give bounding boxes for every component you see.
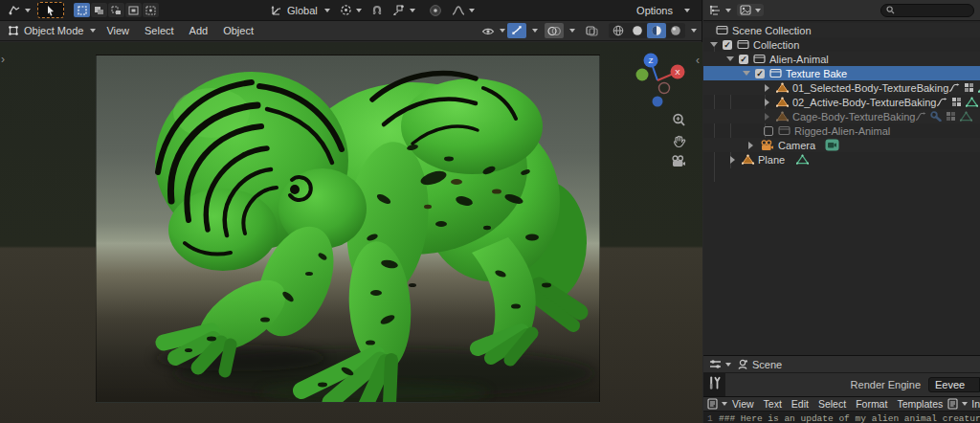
alien-creature-render xyxy=(97,56,599,402)
outliner-row-plane[interactable]: Plane xyxy=(703,152,980,167)
shading-wireframe-button[interactable] xyxy=(609,23,628,38)
pivot-icon xyxy=(340,4,352,16)
animation-icon[interactable] xyxy=(936,98,947,107)
camera-data-icon[interactable] xyxy=(825,139,839,151)
expand-arrow-icon[interactable] xyxy=(764,99,771,106)
text-editor-header: View Text Edit Select Format Templates I… xyxy=(703,397,980,412)
toggle-xray-button[interactable] xyxy=(582,23,601,38)
info-editor-type-dropdown[interactable]: Inf xyxy=(947,398,980,410)
select-mode-extend-button[interactable] xyxy=(91,3,107,17)
animation-icon[interactable] xyxy=(915,112,926,122)
properties-editor-type-dropdown[interactable] xyxy=(709,359,731,369)
display-mode-dropdown[interactable] xyxy=(737,4,764,16)
shading-material-button[interactable] xyxy=(647,23,666,38)
snap-toggle-button[interactable] xyxy=(368,3,386,18)
snap-target-dropdown[interactable] xyxy=(390,3,418,18)
select-mode-invert-button[interactable] xyxy=(125,3,142,17)
menu-select[interactable]: Select xyxy=(137,25,182,36)
line-number: 1 xyxy=(707,413,719,423)
text-editor-icon xyxy=(707,398,718,410)
shading-rendered-button[interactable] xyxy=(666,23,685,38)
sidebar-expand-arrow[interactable]: ‹ xyxy=(696,54,700,67)
outliner-row-rigged-alien-animal[interactable]: Rigged-Alien-Animal xyxy=(703,123,980,138)
select-mode-intersect-button[interactable] xyxy=(143,3,159,17)
chevron-down-icon xyxy=(684,9,690,15)
mesh-data-icon[interactable] xyxy=(796,154,809,165)
expand-arrow-icon[interactable] xyxy=(764,84,771,92)
tool-tab-icon[interactable] xyxy=(708,376,721,390)
show-object-types-dropdown[interactable] xyxy=(481,26,505,36)
mesh-data-icon[interactable] xyxy=(966,97,978,107)
outliner-row-02-active-body[interactable]: 02_Active-Body-TextureBaking xyxy=(703,95,980,109)
data-grid-icon[interactable] xyxy=(951,97,962,107)
properties-breadcrumb: Scene xyxy=(737,359,782,370)
rendered-sphere-icon xyxy=(670,25,681,36)
select-mode-subtract-button[interactable] xyxy=(108,3,124,17)
move-view-button[interactable] xyxy=(672,134,686,148)
shading-mode-group xyxy=(609,23,685,38)
outliner-editor-type-dropdown[interactable] xyxy=(709,5,731,16)
te-menu-select[interactable]: Select xyxy=(813,398,851,410)
properties-body: Render Engine Eevee xyxy=(703,373,980,396)
select-mode-set-button[interactable] xyxy=(74,3,90,17)
menu-view[interactable]: View xyxy=(99,25,137,36)
te-menu-view[interactable]: View xyxy=(727,398,759,410)
editor-type-dropdown[interactable] xyxy=(5,3,33,18)
tool-settings-bar: Global Options xyxy=(0,0,702,21)
expand-arrow-icon[interactable] xyxy=(729,156,737,164)
collection-checkbox[interactable] xyxy=(755,69,765,78)
outliner-row-texture-bake[interactable]: Texture Bake xyxy=(703,66,980,80)
navigation-gizmo[interactable]: Z X xyxy=(626,52,689,113)
data-grid-icon[interactable] xyxy=(946,111,956,122)
expand-arrow-icon[interactable] xyxy=(764,113,771,121)
zoom-tool-button[interactable] xyxy=(672,113,686,127)
text-editor: View Text Edit Select Format Templates I… xyxy=(703,396,980,423)
pivot-point-dropdown[interactable] xyxy=(337,2,365,18)
mode-dropdown[interactable]: Object Mode xyxy=(5,23,99,38)
outliner-row-cage-body[interactable]: Cage-Body-TextureBaking xyxy=(703,109,980,123)
te-menu-templates[interactable]: Templates xyxy=(892,398,947,410)
outliner-search[interactable] xyxy=(880,4,974,17)
te-menu-edit[interactable]: Edit xyxy=(787,398,813,410)
transform-orientation-dropdown[interactable]: Global xyxy=(267,3,333,18)
collection-checkbox[interactable] xyxy=(739,55,748,64)
menu-add[interactable]: Add xyxy=(182,25,216,36)
expand-arrow-icon[interactable] xyxy=(726,56,734,63)
camera-view-button[interactable] xyxy=(671,155,686,167)
show-overlays-button[interactable] xyxy=(545,23,564,38)
animation-icon[interactable] xyxy=(948,83,960,93)
proportional-editing-button[interactable] xyxy=(426,2,445,19)
outliner-search-input[interactable] xyxy=(898,5,965,15)
options-dropdown[interactable]: Options xyxy=(626,3,693,18)
outliner-row-scene-collection[interactable]: Scene Collection xyxy=(703,23,980,37)
te-menu-text[interactable]: Text xyxy=(759,398,787,410)
render-engine-select[interactable]: Eevee xyxy=(928,377,980,392)
collection-checkbox[interactable] xyxy=(764,126,773,136)
outliner-header xyxy=(703,0,980,21)
outliner-row-camera[interactable]: Camera xyxy=(703,138,980,152)
collection-icon xyxy=(737,39,749,50)
shading-solid-button[interactable] xyxy=(628,23,647,38)
te-menu-format[interactable]: Format xyxy=(851,398,892,410)
viewport-canvas[interactable]: › ‹ xyxy=(0,42,702,423)
falloff-dropdown[interactable] xyxy=(449,3,478,18)
text-editor-type-dropdown[interactable] xyxy=(707,398,727,410)
data-grid-icon[interactable] xyxy=(964,82,974,93)
expand-arrow-icon[interactable] xyxy=(710,41,718,49)
active-tool-select-box-button[interactable] xyxy=(37,2,64,18)
outliner-row-collection[interactable]: Collection xyxy=(703,37,980,52)
expand-arrow-icon[interactable] xyxy=(747,142,755,149)
show-gizmo-button[interactable] xyxy=(507,23,526,38)
text-editor-body[interactable]: 1 ### Here is an update of my alien anim… xyxy=(703,412,980,423)
outliner-row-alien-animal[interactable]: Alien-Animal xyxy=(703,52,980,66)
visibility-eye-icon xyxy=(481,26,496,36)
render-engine-value: Eevee xyxy=(935,379,965,390)
outliner-row-01-selected-body[interactable]: 01_Selected-Body-TextureBaking xyxy=(703,80,980,95)
mesh-data-icon[interactable] xyxy=(960,111,972,122)
menu-object[interactable]: Object xyxy=(215,25,261,36)
expand-arrow-icon[interactable] xyxy=(743,70,750,78)
collection-checkbox[interactable] xyxy=(723,40,732,50)
toolbar-expand-arrow[interactable]: › xyxy=(1,53,5,66)
collection-icon xyxy=(716,25,728,35)
modifier-wrench-icon[interactable] xyxy=(930,111,942,122)
